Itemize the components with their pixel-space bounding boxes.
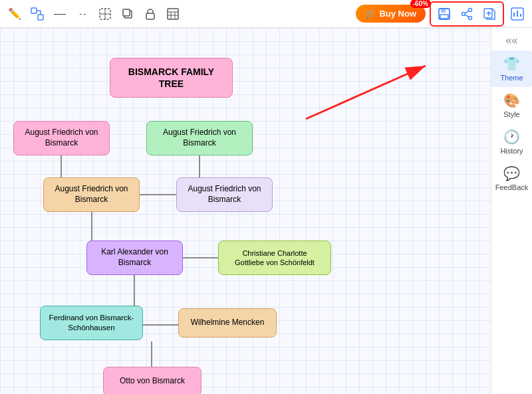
discount-badge: -60% bbox=[410, 0, 431, 8]
share-button[interactable] bbox=[457, 5, 477, 23]
svg-rect-16 bbox=[441, 9, 446, 13]
export-button[interactable] bbox=[479, 5, 499, 23]
red-arrow-overlay bbox=[0, 56, 491, 122]
node-august-2[interactable]: August Friedrich vonBismarck bbox=[146, 121, 253, 155]
node-wilhelmine[interactable]: Wilhelmine Mencken bbox=[178, 308, 277, 338]
history-icon: 🕐 bbox=[503, 129, 520, 145]
node-ferdinand[interactable]: Ferdinand von Bismarck-Schönhausen bbox=[40, 306, 143, 340]
sidebar-item-theme[interactable]: 👕 Theme bbox=[491, 50, 532, 87]
title-node[interactable]: BISMARCK FAMILYTREE bbox=[110, 58, 233, 98]
save-button[interactable] bbox=[434, 5, 454, 23]
table-icon[interactable] bbox=[164, 5, 182, 23]
sidebar-theme-label: Theme bbox=[500, 74, 523, 82]
svg-rect-9 bbox=[146, 13, 154, 19]
sidebar-item-style[interactable]: 🎨 Style bbox=[491, 87, 532, 124]
connect-icon[interactable] bbox=[28, 5, 47, 23]
svg-point-18 bbox=[469, 8, 472, 11]
action-buttons-group bbox=[430, 1, 504, 27]
svg-point-19 bbox=[469, 16, 472, 19]
toolbar: ✏️ — - - 🛒 Buy Now -60% bbox=[0, 0, 532, 28]
sidebar-feedback-label: FeedBack bbox=[495, 183, 529, 191]
sidebar-history-label: History bbox=[500, 147, 523, 155]
copy-icon[interactable] bbox=[118, 5, 137, 23]
node-august-1[interactable]: August Friedrich vonBismarck bbox=[13, 121, 110, 155]
svg-point-20 bbox=[462, 12, 466, 15]
canvas[interactable]: BISMARCK FAMILYTREE August Friedrich von… bbox=[0, 28, 491, 394]
sidebar-item-history[interactable]: 🕐 History bbox=[491, 124, 532, 160]
lock-icon[interactable] bbox=[141, 5, 160, 23]
analytics-icon[interactable] bbox=[508, 5, 527, 23]
style-icon: 🎨 bbox=[503, 92, 520, 108]
buy-now-label: Buy Now bbox=[379, 9, 416, 19]
svg-rect-1 bbox=[38, 15, 43, 20]
node-august-4[interactable]: August Friedrich vonBismarck bbox=[176, 177, 273, 212]
svg-line-22 bbox=[465, 15, 469, 17]
svg-rect-0 bbox=[31, 8, 37, 13]
sidebar-item-feedback[interactable]: 💬 FeedBack bbox=[491, 160, 532, 197]
right-sidebar: «« 👕 Theme 🎨 Style 🕐 History 💬 FeedBack bbox=[491, 28, 532, 394]
node-august-3[interactable]: August Friedrich vonBismarck bbox=[43, 177, 140, 212]
sidebar-collapse-button[interactable]: «« bbox=[491, 31, 532, 50]
cart-icon: 🛒 bbox=[365, 9, 376, 19]
feedback-icon: 💬 bbox=[503, 165, 520, 181]
select-icon[interactable] bbox=[96, 5, 114, 23]
node-christiane[interactable]: Christiane CharlotteGottliebe von Schönf… bbox=[218, 241, 331, 275]
pencil-icon[interactable]: ✏️ bbox=[5, 5, 24, 23]
svg-line-21 bbox=[465, 11, 469, 13]
svg-rect-10 bbox=[168, 9, 178, 19]
line-icon[interactable]: — bbox=[51, 5, 69, 23]
theme-icon: 👕 bbox=[503, 56, 520, 72]
node-otto[interactable]: Otto von Bismarck bbox=[103, 367, 201, 394]
sidebar-style-label: Style bbox=[503, 110, 519, 118]
svg-line-30 bbox=[306, 66, 426, 119]
buy-now-button[interactable]: 🛒 Buy Now -60% bbox=[356, 5, 426, 23]
svg-rect-8 bbox=[123, 9, 130, 16]
dash-line-icon[interactable]: - - bbox=[73, 5, 92, 23]
main-area: BISMARCK FAMILYTREE August Friedrich von… bbox=[0, 28, 532, 394]
node-karl-alexander[interactable]: Karl Alexander vonBismarck bbox=[86, 241, 183, 275]
svg-rect-17 bbox=[440, 15, 448, 19]
